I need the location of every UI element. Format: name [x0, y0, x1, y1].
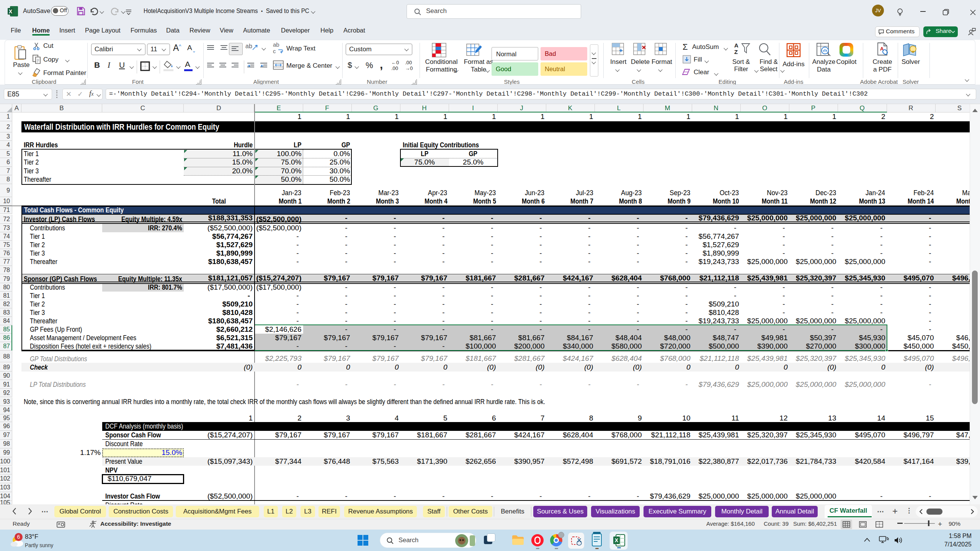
svg-text:X: X — [9, 8, 13, 15]
svg-text:X: X — [615, 537, 619, 543]
